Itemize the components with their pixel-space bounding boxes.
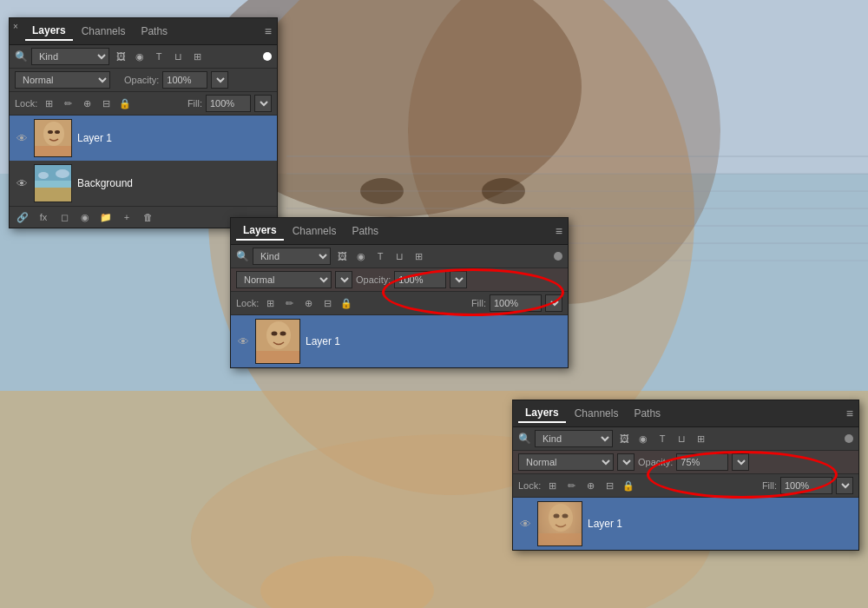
svg-point-29 <box>272 332 278 336</box>
panel1-opacity-label: Opacity: <box>124 75 159 85</box>
panel3-layer1-eye[interactable]: 👁 <box>518 517 532 531</box>
panel1-tab-channels[interactable]: Channels <box>75 23 133 40</box>
panel1-btn-fx[interactable]: fx <box>36 209 51 225</box>
panel2-icon-smart[interactable]: ⊞ <box>411 248 426 264</box>
panel3-lock-artboard[interactable]: ⊟ <box>602 478 617 493</box>
panel2-layer1-eye[interactable]: 👁 <box>236 334 250 348</box>
panel2-lock-draw[interactable]: ✏ <box>281 295 297 311</box>
panel1-opacity-input[interactable] <box>162 71 207 89</box>
panel2-kind-select[interactable]: Kind <box>253 248 331 265</box>
panel2-tab-paths[interactable]: Paths <box>345 222 385 240</box>
panel3-tab-channels[interactable]: Channels <box>568 405 626 422</box>
panel1-icon-shape[interactable]: ⊔ <box>170 49 186 64</box>
panel1-layer1-eye[interactable]: 👁 <box>15 131 29 145</box>
panel2-tab-layers[interactable]: Layers <box>236 221 284 241</box>
panel3-tab-layers[interactable]: Layers <box>518 404 566 423</box>
panel3-kind-select[interactable]: Kind <box>535 430 613 447</box>
panel1-lock-draw[interactable]: ✏ <box>60 96 76 111</box>
svg-point-25 <box>38 172 49 179</box>
panel3-lock-image[interactable]: ⊞ <box>544 478 560 493</box>
panel1-btn-mask[interactable]: ◻ <box>56 209 72 225</box>
panel3-fill-input[interactable] <box>780 477 832 494</box>
panels-area: × Layers Channels Paths ≡ 🔍 Kind 🖼 ◉ T ⊔… <box>0 0 868 608</box>
panel2-opacity-dropdown[interactable] <box>450 271 467 288</box>
panel1-tab-layers[interactable]: Layers <box>25 22 73 41</box>
panel2-lock-row: Lock: ⊞ ✏ ⊕ ⊟ 🔒 Fill: <box>231 292 568 315</box>
panel1-fill-dropdown[interactable] <box>254 95 272 112</box>
panel1-btn-link[interactable]: 🔗 <box>15 209 30 225</box>
svg-rect-24 <box>35 181 72 188</box>
panel3-fill-label: Fill: <box>762 480 777 491</box>
panel1-close[interactable]: × <box>13 22 18 31</box>
panel2-fill-input[interactable] <box>490 294 542 312</box>
panel3-lock-draw[interactable]: ✏ <box>563 478 579 493</box>
panel1-lock-label: Lock: <box>15 98 37 109</box>
panel3-icon-shape[interactable]: ⊔ <box>674 431 689 446</box>
panel1-header: × Layers Channels Paths ≡ <box>10 18 277 45</box>
panel3-blend-arrow[interactable] <box>617 453 635 471</box>
panel2-icon-text[interactable]: T <box>372 248 388 264</box>
panel2-lock-artboard[interactable]: ⊟ <box>319 295 335 311</box>
panel1-lock-move[interactable]: ⊕ <box>79 96 95 111</box>
panel1-tab-paths[interactable]: Paths <box>134 23 174 40</box>
panel3-lock-all[interactable]: 🔒 <box>621 478 636 493</box>
panel3-opacity-input[interactable] <box>676 453 728 471</box>
panel1-fill-label: Fill: <box>187 98 202 109</box>
panel2-opacity-input[interactable] <box>394 271 446 288</box>
panel3-blend-select[interactable]: Normal <box>518 453 614 471</box>
panel1-opacity-dropdown[interactable] <box>211 71 228 89</box>
svg-point-26 <box>56 169 69 178</box>
panel1-blend-select[interactable]: Normal <box>15 71 110 89</box>
panel3-icon-text[interactable]: T <box>654 431 670 446</box>
svg-rect-31 <box>256 351 300 364</box>
panel1-btn-trash[interactable]: 🗑 <box>140 209 155 225</box>
panel2-icon-shape[interactable]: ⊔ <box>391 248 407 264</box>
panel1-menu-icon[interactable]: ≡ <box>265 24 272 38</box>
panel2-dot <box>554 252 562 261</box>
panel1-icon-adjust[interactable]: ◉ <box>132 49 148 64</box>
panel1-layer-background[interactable]: 👁 Background <box>10 161 277 206</box>
panel3-header: Layers Channels Paths ≡ <box>513 400 858 427</box>
panel2-icon-adjust[interactable]: ◉ <box>353 248 369 264</box>
panel1-btn-new[interactable]: + <box>119 209 135 225</box>
panel1-lock-image[interactable]: ⊞ <box>41 96 56 111</box>
panel1-fill-input[interactable] <box>206 95 251 112</box>
panel1-background-eye[interactable]: 👁 <box>15 176 29 190</box>
panel3-tab-paths[interactable]: Paths <box>627 405 667 422</box>
panel3-icon-smart[interactable]: ⊞ <box>693 431 708 446</box>
svg-rect-36 <box>538 533 582 546</box>
panel3-icon-image[interactable]: 🖼 <box>616 431 632 446</box>
panel1-icon-image[interactable]: 🖼 <box>113 49 128 64</box>
panel3-layer1-name: Layer 1 <box>588 518 622 530</box>
panel1-layer-1[interactable]: 👁 Layer 1 <box>10 116 277 161</box>
panel2-tab-channels[interactable]: Channels <box>286 222 344 240</box>
svg-point-20 <box>55 130 60 134</box>
panel1-btn-folder[interactable]: 📁 <box>98 209 114 225</box>
panel1-lock-all[interactable]: 🔒 <box>117 96 133 111</box>
panel1-background-thumb <box>34 164 72 202</box>
panel1-kind-select[interactable]: Kind <box>31 48 109 65</box>
panel2-lock-image[interactable]: ⊞ <box>262 295 278 311</box>
panel2-fill-dropdown[interactable] <box>545 294 562 312</box>
svg-point-30 <box>280 332 286 336</box>
panel1-icon-smart[interactable]: ⊞ <box>189 49 205 64</box>
panel1-icon-text[interactable]: T <box>151 49 167 64</box>
panel2-lock-all[interactable]: 🔒 <box>339 295 354 311</box>
panel1-lock-artboard[interactable]: ⊟ <box>98 96 114 111</box>
svg-rect-21 <box>35 146 72 157</box>
panel2-icon-image[interactable]: 🖼 <box>334 248 350 264</box>
panel2-layer-1[interactable]: 👁 Layer 1 <box>231 315 568 367</box>
panel3-menu-icon[interactable]: ≡ <box>846 406 853 420</box>
panel1-btn-adjustment[interactable]: ◉ <box>77 209 93 225</box>
panel2-blend-arrow[interactable] <box>335 271 352 288</box>
panel3-icon-adjust[interactable]: ◉ <box>635 431 651 446</box>
panel2-lock-move[interactable]: ⊕ <box>300 295 316 311</box>
panel2-menu-icon[interactable]: ≡ <box>556 224 562 238</box>
panel3-opacity-dropdown[interactable] <box>732 453 749 471</box>
panel2-fill-label: Fill: <box>471 298 486 308</box>
panel2-blend-select[interactable]: Normal <box>236 271 332 288</box>
panel3-lock-move[interactable]: ⊕ <box>582 478 598 493</box>
panel3-layer-1[interactable]: 👁 Layer 1 <box>513 498 858 550</box>
panel3-fill-dropdown[interactable] <box>836 477 853 494</box>
svg-point-18 <box>43 122 64 146</box>
